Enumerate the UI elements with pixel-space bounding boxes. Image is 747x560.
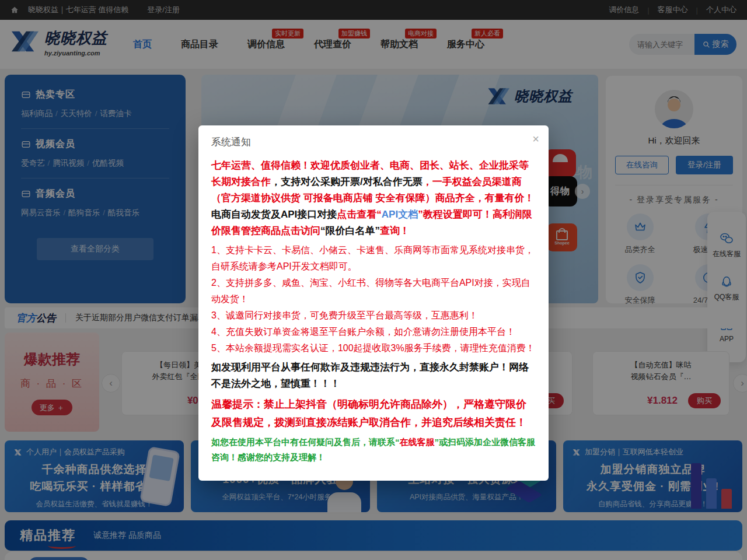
modal-text: 点击查看“ [337,209,382,220]
system-notice-modal: 系统通知 × 七年运营、值得信赖！欢迎优质创业者、电商、团长、站长、企业批采等长… [198,125,549,481]
modal-text: 温馨提示：禁止上架抖音（明确标明允许商品除外），严格遵守限价及限售规定，拨测到直… [211,398,526,428]
modal-text: 查询！ [380,225,410,236]
modal-text: 3、诚邀同行对接串货，可免费升级至平台最高等级，互惠惠利！ [211,310,478,320]
modal-paragraph: 2、支持拼多多、咸鱼、淘宝、小红书、得物等各大电商平台API对接，实现自动发货！ [211,275,536,307]
api-doc-link[interactable]: API文档 [382,209,418,220]
modal-text: 如您在使用本平台中有任何疑问及售后，请联系“ [211,437,400,447]
page-root: 晓晓权益｜七年运营 值得信赖 登录/注册 调价信息|客服中心|个人中心 晓晓权益… [0,0,747,560]
modal-text: ，支持对公采购开票/对私合作无票 [271,176,423,187]
modal-paragraph: 如您在使用本平台中有任何疑问及售后，请联系“在线客服”或扫码添加企业微信客服咨询… [211,435,536,465]
modal-paragraph: 1、支持卡卡云、卡易信、小储云、卡速售、乐商网等市面常见系统对接串货，自研系统请… [211,242,536,275]
modal-paragraph: 温馨提示：禁止上架抖音（明确标明允许商品除外），严格遵守限价及限售规定，拨测到直… [211,396,536,432]
modal-body: 七年运营、值得信赖！欢迎优质创业者、电商、团长、站长、企业批采等长期对接合作，支… [198,151,549,481]
modal-text: 1、支持卡卡云、卡易信、小储云、卡速售、乐商网等市面常见系统对接串货，自研系统请… [211,245,534,271]
modal-text: 在线客服 [400,437,435,447]
modal-text: 5、本站余额提现需实名认证，100起提收取3%服务手续费，请理性充值消费！ [211,343,535,353]
modal-text: “限价白名单” [320,225,380,236]
modal-title: 系统通知 [211,136,251,148]
modal-text: 2、支持拼多多、咸鱼、淘宝、小红书、得物等各大电商平台API对接，实现自动发货！ [211,278,530,304]
modal-paragraph: 如发现利用平台从事任何欺诈及违规违法行为，直接永久封禁账户！网络不是法外之地，望… [211,359,536,392]
close-icon[interactable]: × [532,133,539,145]
modal-paragraph: 4、充值失败订单资金将退至平台账户余额，如介意请勿注册使用本平台！ [211,324,536,340]
modal-paragraph: 5、本站余额提现需实名认证，100起提收取3%服务手续费，请理性充值消费！ [211,340,536,356]
modal-text: 4、充值失败订单资金将退至平台账户余额，如介意请勿注册使用本平台！ [211,327,515,337]
modal-text: 如发现利用平台从事任何欺诈及违规违法行为，直接永久封禁账户！网络不是法外之地，望… [211,362,529,389]
modal-paragraph: 3、诚邀同行对接串货，可免费升级至平台最高等级，互惠惠利！ [211,307,536,324]
modal-text: 电商自动发货及API接口对接 [211,209,337,220]
modal-paragraph: 七年运营、值得信赖！欢迎优质创业者、电商、团长、站长、企业批采等长期对接合作，支… [211,158,536,239]
